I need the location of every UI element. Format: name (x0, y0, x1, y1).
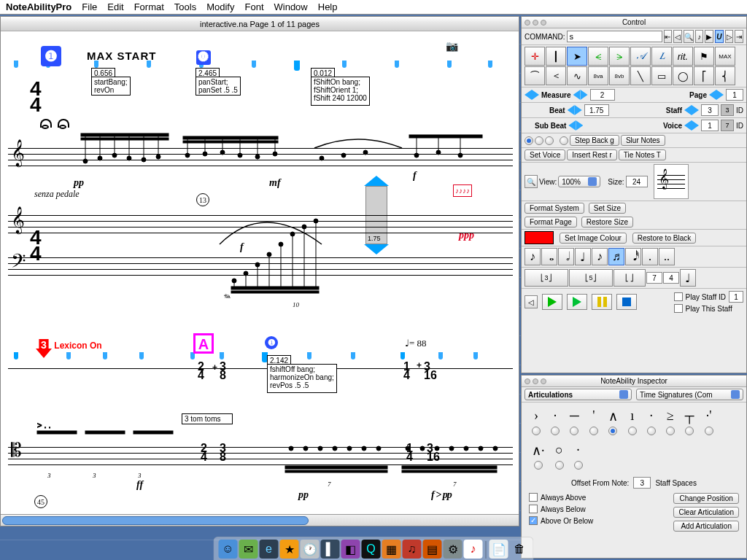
clear-articulation-button[interactable]: Clear Articulation (673, 507, 739, 518)
doc-icon[interactable]: 📄 (489, 540, 508, 559)
offset-field[interactable] (633, 477, 651, 489)
minimize-icon[interactable] (533, 378, 538, 384)
art-radio[interactable] (589, 427, 598, 435)
play-staff-check[interactable] (674, 292, 683, 301)
zoom-tool-icon[interactable]: 🔍 (525, 175, 538, 188)
finder-icon[interactable]: ☺ (219, 540, 238, 559)
play-this-check[interactable] (674, 304, 683, 313)
cresc-tool-icon[interactable]: ＜ (546, 66, 566, 85)
accel-tool-icon[interactable]: 𝒜 (630, 47, 651, 66)
doc-titlebar[interactable]: interactive.na Page 1 of 11 pages (1, 17, 519, 31)
nav-prev-icon[interactable]: ◁ (673, 30, 682, 43)
size-field[interactable] (626, 176, 648, 187)
restore-size-button[interactable]: Restore Size (581, 217, 633, 228)
rit-tool-icon[interactable]: rit. (673, 47, 693, 66)
staff-field[interactable] (701, 104, 719, 116)
trill-tool-icon[interactable]: ∿ (567, 66, 587, 85)
trash-icon[interactable]: 🗑 (510, 540, 529, 559)
dot-icon[interactable]: . (642, 248, 658, 265)
art-radio[interactable] (551, 427, 560, 435)
zoom-icon[interactable] (541, 378, 546, 384)
add-articulation-button[interactable]: Add Articulation (673, 521, 739, 532)
hscrollbar[interactable] (1, 514, 519, 526)
menu-help[interactable]: Help (318, 1, 338, 12)
staff-arrows-icon[interactable] (684, 105, 699, 115)
step-back-button[interactable]: Step Back g (570, 135, 619, 146)
bracket-tool-icon[interactable]: ⎡ (694, 66, 714, 85)
menu-modify[interactable]: Modify (206, 1, 234, 12)
close-icon[interactable] (525, 20, 530, 26)
hairpin-close-icon[interactable]: ⪫ (609, 47, 630, 66)
mode-radio-3[interactable] (545, 136, 554, 145)
app2-icon[interactable]: ◧ (341, 540, 360, 559)
articulations-select[interactable]: Articulations (525, 389, 632, 400)
play-selection-button[interactable] (567, 294, 587, 310)
control-titlebar[interactable]: Control (522, 17, 746, 28)
terminal-icon[interactable]: ▌ (321, 540, 340, 559)
score-canvas[interactable]: ❶ MAX START ⓿ 📷 0.656 startBang; revOn 2… (1, 31, 519, 526)
barline-tool-icon[interactable]: ┃ (546, 47, 566, 66)
tuplet-none-button[interactable]: ⎣ ⎦ (614, 269, 646, 287)
measure-field[interactable] (590, 89, 615, 101)
sixteenth-note-icon[interactable]: ♬ (608, 248, 624, 265)
tuplet-den-field[interactable] (663, 272, 679, 284)
max-tool-icon[interactable]: MAX (715, 47, 735, 66)
menu-file[interactable]: File (82, 1, 97, 12)
undo-icon[interactable]: U (715, 30, 724, 43)
play-icon[interactable]: ▶ (705, 30, 713, 43)
menu-font[interactable]: Font (244, 1, 263, 12)
slur-tool-icon[interactable]: ⁀ (525, 66, 545, 85)
beat-field[interactable] (584, 104, 609, 116)
clock-icon[interactable]: 🕐 (301, 540, 320, 559)
brace-tool-icon[interactable]: ⎨ (715, 66, 735, 85)
quarter-note-icon[interactable]: ♩ (575, 248, 591, 265)
mode-radio-4[interactable] (560, 136, 568, 145)
menu-tools[interactable]: Tools (174, 1, 196, 12)
set-size-button[interactable]: Set Size (589, 203, 626, 214)
stop-button[interactable] (616, 294, 637, 310)
flag-tool-icon[interactable]: ⚑ (694, 47, 714, 66)
quicktime-icon[interactable]: Q (362, 540, 381, 559)
art-radio[interactable] (628, 427, 637, 435)
timesig-select[interactable]: Time Signatures (Com (636, 389, 743, 400)
nav-first-icon[interactable]: ⇤ (664, 30, 673, 43)
pause-button[interactable] (592, 294, 612, 310)
mode-radio-2[interactable] (535, 136, 543, 145)
subbeat-arrows-icon[interactable] (568, 120, 583, 131)
circle-tool-icon[interactable]: ◯ (673, 66, 693, 85)
half-note-icon[interactable]: 𝅗𝅥 (558, 248, 574, 265)
whole-note-icon[interactable]: 𝅝 (541, 248, 557, 265)
measure-arrows-icon[interactable] (573, 90, 588, 100)
inspector-titlebar[interactable]: NoteAbility Inspector (522, 376, 746, 387)
note-tool-icon[interactable]: ♪ (525, 248, 541, 265)
minimize-icon[interactable] (533, 20, 538, 26)
hscroll-thumb[interactable] (2, 516, 309, 525)
play-staff-id-field[interactable] (729, 291, 743, 303)
rewind-icon[interactable]: ◁ (525, 295, 538, 308)
voice-arrows-icon[interactable] (684, 120, 699, 131)
menu-window[interactable]: Window (274, 1, 308, 12)
nav-last-icon[interactable]: ⇥ (735, 30, 743, 43)
eighth-note-icon[interactable]: ♪ (592, 248, 608, 265)
command-input[interactable] (567, 31, 662, 42)
nav-next-icon[interactable]: ▷ (725, 30, 734, 43)
target-tool-icon[interactable]: ✛ (525, 47, 545, 66)
voice-field[interactable] (701, 120, 719, 131)
app-icon[interactable]: ★ (280, 540, 299, 559)
app4-icon[interactable]: ♫ (403, 540, 422, 559)
art-radio[interactable] (534, 461, 543, 470)
line-tool-icon[interactable]: 𝐿 (651, 47, 672, 66)
art-radio[interactable] (532, 427, 541, 435)
mode-radio-1[interactable] (525, 136, 533, 145)
menu-edit[interactable]: Edit (107, 1, 123, 12)
always-above-check[interactable] (529, 493, 538, 502)
art-radio[interactable] (705, 427, 713, 435)
mail-icon[interactable]: ✉ (239, 540, 258, 559)
art-radio-selected[interactable] (608, 427, 617, 435)
page-arrows-icon[interactable] (709, 90, 724, 100)
tie-notes-button[interactable]: Tie Notes T (619, 149, 666, 160)
menu-format[interactable]: Format (134, 1, 164, 12)
above-or-below-check[interactable]: ✓ (529, 516, 538, 525)
art-radio[interactable] (647, 427, 656, 435)
set-voice-button[interactable]: Set Voice (525, 149, 565, 160)
